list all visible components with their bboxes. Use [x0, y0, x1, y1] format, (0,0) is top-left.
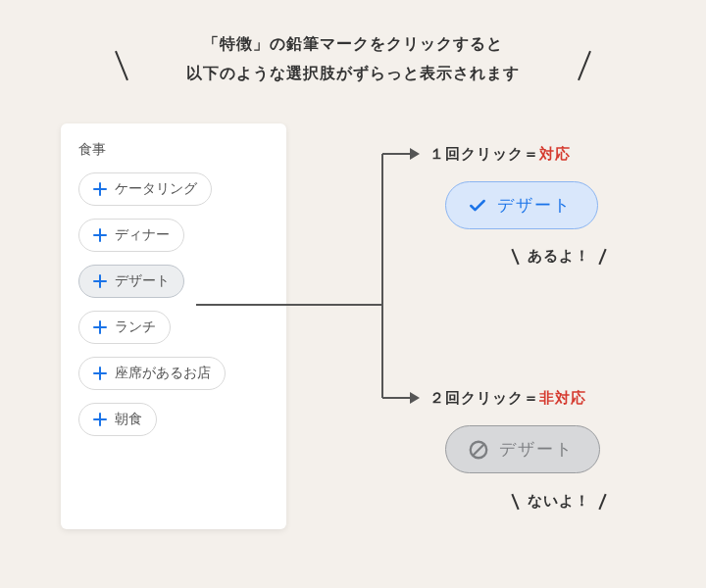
option-chip-active[interactable]: デザート — [78, 265, 184, 298]
option-chip[interactable]: ディナー — [78, 219, 184, 252]
result-on-status: 対応 — [539, 145, 571, 162]
exclaim-on: あるよ！ — [507, 247, 611, 266]
plus-icon — [93, 228, 107, 242]
options-panel: 食事 ケータリング ディナー デザート ランチ 座席があるお店 朝食 — [61, 123, 286, 529]
result-off-prefix: ２回クリック＝ — [429, 389, 539, 406]
option-label: ランチ — [115, 318, 156, 336]
option-chip[interactable]: ケータリング — [78, 172, 212, 206]
option-label: デザート — [115, 272, 170, 290]
decorative-slash — [598, 249, 606, 266]
decorative-slash — [115, 51, 128, 80]
decorative-slash — [598, 494, 606, 511]
state-chip-on-text: デザート — [497, 194, 572, 217]
plus-icon — [93, 413, 107, 426]
result-off-label: ２回クリック＝非対応 — [429, 389, 586, 408]
ban-icon — [468, 439, 489, 461]
arrow-icon — [410, 148, 420, 160]
panel-title: 食事 — [78, 141, 269, 159]
exclaim-off-text: ないよ！ — [528, 492, 590, 509]
result-on-label: １回クリック＝対応 — [429, 145, 571, 164]
option-chip[interactable]: 座席があるお店 — [78, 357, 226, 390]
check-icon — [468, 196, 487, 216]
result-on-prefix: １回クリック＝ — [429, 145, 539, 162]
plus-icon — [93, 182, 107, 196]
option-label: 座席があるお店 — [115, 365, 211, 382]
state-chip-off[interactable]: デザート — [445, 425, 600, 473]
result-off-status: 非対応 — [539, 389, 586, 406]
arrow-icon — [410, 392, 420, 404]
plus-icon — [93, 320, 107, 334]
state-chip-on[interactable]: デザート — [445, 181, 598, 229]
option-label: ケータリング — [115, 180, 197, 198]
header-caption: 「特徴」の鉛筆マークをクリックすると 以下のような選択肢がずらっと表示されます — [0, 0, 706, 89]
exclaim-off: ないよ！ — [507, 492, 611, 511]
option-label: ディナー — [115, 226, 170, 244]
option-chip[interactable]: 朝食 — [78, 403, 157, 436]
header-line2: 以下のような選択肢がずらっと表示されます — [186, 65, 520, 81]
plus-icon — [93, 367, 107, 380]
option-label: 朝食 — [115, 411, 142, 428]
state-chip-off-text: デザート — [499, 438, 574, 461]
svg-line-5 — [474, 444, 484, 455]
plus-icon — [93, 274, 107, 288]
decorative-slash — [578, 51, 591, 80]
option-chip[interactable]: ランチ — [78, 311, 171, 344]
decorative-slash — [511, 249, 519, 266]
header-line1: 「特徴」の鉛筆マークをクリックすると — [203, 35, 503, 52]
decorative-slash — [511, 494, 519, 511]
exclaim-on-text: あるよ！ — [528, 247, 590, 264]
